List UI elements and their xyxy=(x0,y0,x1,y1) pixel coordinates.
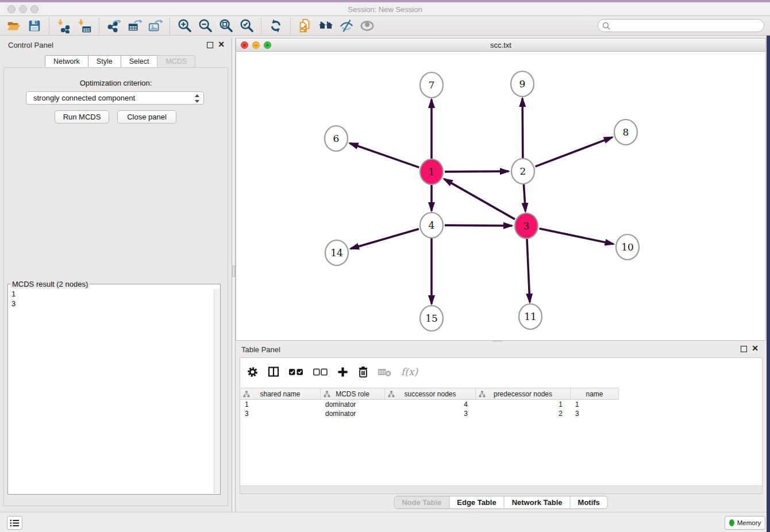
column-header-successor-nodes[interactable]: successor nodes xyxy=(385,388,476,400)
zoom-fit-icon[interactable] xyxy=(215,17,236,34)
close-table-panel-icon[interactable]: ✕ xyxy=(752,344,759,353)
deselect-all-columns-icon[interactable] xyxy=(313,368,328,376)
search-icon xyxy=(602,22,610,30)
edge-2-9[interactable] xyxy=(522,98,523,158)
tab-style[interactable]: Style xyxy=(88,55,121,68)
vertical-splitter[interactable] xyxy=(232,38,236,512)
network-window-titlebar: × − + scc.txt xyxy=(236,38,765,52)
toolbar-separator xyxy=(170,18,170,34)
table-cell[interactable]: 1 xyxy=(476,400,571,409)
save-session-icon[interactable] xyxy=(24,17,45,34)
table-cell[interactable]: 3 xyxy=(571,409,619,418)
table-header-row: shared nameMCDS rolesuccessor nodesprede… xyxy=(240,388,619,400)
task-history-button[interactable] xyxy=(7,516,22,530)
network-canvas[interactable]: 7968124314101511 xyxy=(236,52,765,340)
node-label-8: 8 xyxy=(623,126,629,138)
result-scrollbar[interactable] xyxy=(214,289,220,494)
criterion-dropdown[interactable]: strongly connected component xyxy=(26,91,204,105)
column-header-name[interactable]: name xyxy=(571,388,619,400)
edge-3-10[interactable] xyxy=(540,229,614,244)
table-cell[interactable]: 3 xyxy=(240,409,321,418)
duplicate-network-icon[interactable] xyxy=(295,17,315,34)
add-column-icon[interactable] xyxy=(337,367,348,377)
delete-column-icon[interactable] xyxy=(358,366,368,378)
tab-mcds[interactable]: MCDS xyxy=(157,55,195,68)
main-toolbar xyxy=(0,16,770,36)
search-input[interactable] xyxy=(613,20,759,31)
import-network-icon[interactable] xyxy=(53,17,74,34)
edge-4-14[interactable] xyxy=(351,229,419,249)
table-settings-gear-icon[interactable] xyxy=(247,367,258,377)
control-panel-title: Control Panel xyxy=(8,41,53,49)
node-label-3: 3 xyxy=(523,220,530,232)
search-box xyxy=(598,19,764,32)
splitter-grip[interactable] xyxy=(232,265,235,277)
tab-node-table[interactable]: Node Table xyxy=(394,496,449,508)
node-label-15: 15 xyxy=(425,313,438,324)
edge-1-2[interactable] xyxy=(445,171,509,172)
split-view-icon[interactable] xyxy=(268,366,279,377)
edge-1-6[interactable] xyxy=(350,143,419,167)
mcds-result-list: 13 xyxy=(8,288,220,309)
mcds-result-item: 3 xyxy=(11,299,217,309)
network-overview-houses-icon[interactable] xyxy=(315,17,336,34)
run-mcds-button[interactable]: Run MCDS xyxy=(55,110,109,124)
desktop-edge xyxy=(767,36,770,532)
open-session-icon[interactable] xyxy=(3,17,24,34)
import-table-icon[interactable] xyxy=(74,17,95,34)
optimization-criterion-label: Optimization criterion: xyxy=(4,79,228,87)
tree-hierarchy-icon xyxy=(243,391,250,399)
table-cell[interactable]: 1 xyxy=(571,400,619,409)
table-cell[interactable]: dominator xyxy=(321,409,385,418)
control-panel-tabs: NetworkStyleSelectMCDS xyxy=(45,55,195,68)
mcds-result-item: 1 xyxy=(11,289,217,299)
close-panel-button[interactable]: Close panel xyxy=(117,110,176,124)
float-table-panel-icon[interactable] xyxy=(741,346,747,352)
tab-network[interactable]: Network xyxy=(45,55,88,68)
network-window: × − + scc.txt 7968124314101511 xyxy=(236,38,766,341)
float-panel-icon[interactable] xyxy=(207,42,213,48)
memory-button[interactable]: Memory xyxy=(725,516,765,530)
zoom-selected-icon[interactable] xyxy=(236,17,257,34)
edge-2-3[interactable] xyxy=(523,184,525,211)
column-header-shared-name[interactable]: shared name xyxy=(240,388,321,400)
tab-edge-table[interactable]: Edge Table xyxy=(449,496,504,508)
titlebar: Session: New Session xyxy=(0,2,770,16)
delete-table-icon xyxy=(378,367,391,377)
table-cell[interactable]: 1 xyxy=(240,400,321,409)
list-icon xyxy=(9,519,20,527)
function-builder-icon: f(x) xyxy=(401,366,418,377)
table-cell[interactable]: dominator xyxy=(321,400,385,409)
table-cell[interactable]: 3 xyxy=(385,409,476,418)
column-header-predecessor-nodes[interactable]: predecessor nodes xyxy=(476,388,571,400)
table-row[interactable]: 1dominator411 xyxy=(240,400,762,409)
export-table-icon[interactable] xyxy=(124,17,145,34)
show-graphics-details-icon[interactable] xyxy=(357,17,378,34)
tab-select[interactable]: Select xyxy=(121,55,157,68)
table-panel: Table Panel ✕ f(x) shared nameMCDS roles… xyxy=(236,342,766,512)
column-header-label: shared name xyxy=(260,390,300,398)
tab-network-table[interactable]: Network Table xyxy=(505,496,571,508)
tab-motifs[interactable]: Motifs xyxy=(571,496,607,508)
table-cell[interactable]: 2 xyxy=(476,409,571,418)
edge-4-3[interactable] xyxy=(445,225,512,226)
node-label-2: 2 xyxy=(520,165,526,177)
table-row[interactable]: 3dominator323 xyxy=(240,409,762,418)
column-header-label: MCDS role xyxy=(336,390,369,398)
edge-3-1[interactable] xyxy=(444,179,515,219)
refresh-icon[interactable] xyxy=(265,17,286,34)
export-image-icon[interactable] xyxy=(145,17,165,34)
hide-graphics-details-icon[interactable] xyxy=(336,17,357,34)
table-toolbar: f(x) xyxy=(240,358,762,385)
edge-3-11[interactable] xyxy=(527,239,530,302)
zoom-in-icon[interactable] xyxy=(174,17,195,34)
table-cell[interactable]: 4 xyxy=(385,400,476,409)
zoom-out-icon[interactable] xyxy=(195,17,215,34)
edge-2-8[interactable] xyxy=(536,137,613,167)
export-network-icon[interactable] xyxy=(103,17,124,34)
close-panel-icon[interactable]: ✕ xyxy=(218,40,225,49)
mcds-result-box: MCDS result (2 nodes) 13 xyxy=(7,280,221,495)
node-label-10: 10 xyxy=(621,241,634,253)
select-all-columns-icon[interactable] xyxy=(289,368,303,376)
column-header-MCDS-role[interactable]: MCDS role xyxy=(321,388,385,400)
